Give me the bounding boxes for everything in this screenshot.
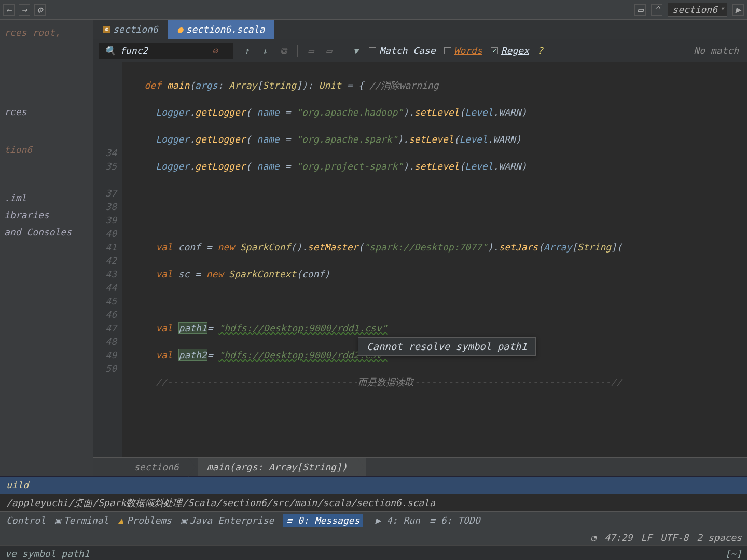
- build-file-path: /appleyuchi/桌面/Spark数据倾斜处理/Scala/section…: [0, 494, 747, 511]
- editor-tabs: m section6 ● section6.scala: [93, 20, 747, 39]
- sidebar-item[interactable]: ibraries: [3, 206, 90, 223]
- tool-java-enterprise[interactable]: ▣Java Enterprise: [181, 515, 274, 526]
- dirty-dot-icon: ●: [177, 24, 183, 35]
- find-bar: 🔍 ⊘ ↑ ↓ ⧉ ▭ ▭ ▼ Match Case Words ✓ Regex: [93, 39, 747, 62]
- clear-search-icon[interactable]: ⊘: [212, 45, 218, 56]
- build-label: uild: [6, 480, 29, 491]
- tool-terminal[interactable]: ▣Terminal: [55, 515, 109, 526]
- nav-fwd-icon[interactable]: →: [19, 4, 30, 16]
- status-message: ve symbol path1: [5, 548, 90, 559]
- terminal-icon: ▣: [55, 515, 61, 526]
- top-toolbar: ← → ⚙ ▭ ^ section6 ▶: [0, 0, 747, 20]
- words-option[interactable]: Words: [444, 45, 482, 56]
- warning-icon: ▲: [118, 515, 123, 526]
- breadcrumb-method[interactable]: main(args: Array[String]): [198, 458, 366, 476]
- checkbox-icon: [369, 47, 376, 54]
- find-next-button[interactable]: ↓: [260, 45, 270, 56]
- search-icon: 🔍: [104, 45, 116, 56]
- separator: [342, 45, 342, 57]
- tool-messages[interactable]: ≡ 0: Messages: [283, 514, 363, 527]
- tab-label: section6: [113, 24, 158, 35]
- tool-window-bar: Control ▣Terminal ▲Problems ▣Java Enterp…: [0, 511, 747, 529]
- window-segment-icon[interactable]: ▭: [634, 4, 646, 16]
- indent-info[interactable]: 2 spaces: [697, 532, 742, 543]
- add-sel-button[interactable]: ▭: [324, 45, 334, 56]
- clock-icon: ◔: [590, 532, 596, 543]
- select-occ-button[interactable]: ▭: [306, 45, 316, 56]
- match-case-option[interactable]: Match Case: [369, 45, 435, 56]
- sidebar-item[interactable]: .iml: [3, 189, 90, 206]
- sidebar-item[interactable]: tion6: [3, 141, 90, 158]
- checkbox-icon: [444, 47, 451, 54]
- find-input[interactable]: [120, 45, 208, 56]
- run-config-dropdown[interactable]: section6: [668, 3, 727, 17]
- nav-back-icon[interactable]: ←: [3, 4, 15, 16]
- tab-section6[interactable]: m section6: [93, 20, 168, 39]
- file-encoding[interactable]: UTF-8: [660, 532, 688, 543]
- breadcrumb: section6 main(args: Array[String]): [93, 457, 747, 476]
- tool-run[interactable]: ▶ 4: Run: [372, 515, 420, 526]
- run-icon[interactable]: ▶: [732, 4, 744, 16]
- error-tooltip: Cannot resolve symbol path1: [358, 337, 536, 356]
- status-bar: ◔ 47:29 LF UTF-8 2 spaces: [0, 529, 747, 545]
- filter-icon[interactable]: ▼: [351, 45, 361, 56]
- gutter: 34 35 37 38 39 40 41 42 43 44 45 46 47 4…: [93, 62, 122, 457]
- code-text[interactable]: def main(args: Array[String]): Unit = { …: [122, 62, 747, 457]
- separator: [297, 45, 298, 57]
- java-icon: ▣: [181, 515, 187, 526]
- find-all-button[interactable]: ⧉: [278, 45, 289, 57]
- sidebar-item[interactable]: rces: [3, 103, 90, 120]
- build-panel-header[interactable]: uild: [0, 476, 747, 494]
- caret-position[interactable]: 47:29: [604, 532, 632, 543]
- window-max-icon[interactable]: ^: [651, 4, 662, 16]
- module-icon: m: [103, 26, 110, 33]
- line-separator[interactable]: LF: [641, 532, 652, 543]
- gear-icon[interactable]: ⚙: [34, 4, 46, 16]
- status-message-bar: ve symbol path1 [~]: [0, 545, 747, 560]
- regex-option[interactable]: ✓ Regex: [491, 45, 529, 56]
- regex-help-icon[interactable]: ?: [537, 45, 543, 56]
- find-input-wrapper: 🔍 ⊘: [99, 43, 233, 59]
- status-right: [~]: [725, 548, 742, 559]
- tool-todo[interactable]: ≡ 6: TODO: [430, 515, 480, 526]
- tool-problems[interactable]: ▲Problems: [118, 515, 172, 526]
- project-sidebar[interactable]: rces root, rces tion6 .iml ibraries and …: [0, 20, 93, 476]
- checkbox-icon: ✓: [491, 47, 498, 54]
- tab-section6-scala[interactable]: ● section6.scala: [168, 20, 275, 39]
- sidebar-item[interactable]: rces root,: [3, 24, 90, 41]
- code-editor[interactable]: 34 35 37 38 39 40 41 42 43 44 45 46 47 4…: [93, 62, 747, 457]
- breadcrumb-class[interactable]: section6: [125, 458, 198, 476]
- find-result-label: No match: [694, 45, 742, 56]
- sidebar-item[interactable]: and Consoles: [3, 223, 90, 241]
- tool-version-control[interactable]: Control: [6, 515, 46, 526]
- tab-label: section6.scala: [186, 24, 265, 35]
- find-prev-button[interactable]: ↑: [242, 45, 252, 56]
